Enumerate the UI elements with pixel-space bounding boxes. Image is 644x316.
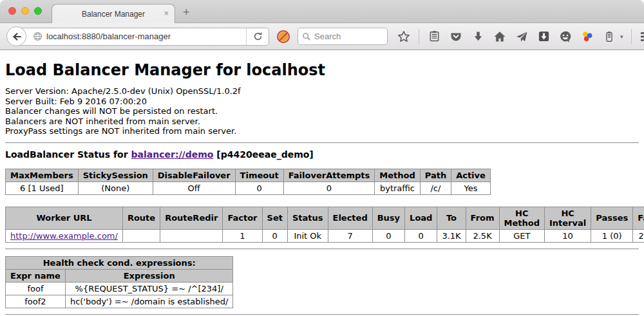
url-input[interactable] — [46, 32, 246, 41]
table-cell: 7 — [328, 229, 372, 242]
bookmark-star-button[interactable] — [397, 29, 411, 44]
table-cell: 3.1K — [437, 229, 466, 242]
traffic-lights — [8, 7, 42, 15]
back-arrow-icon — [11, 31, 23, 42]
downloads-button[interactable] — [471, 29, 485, 44]
table-header-cell: Timeout — [235, 169, 283, 181]
back-button[interactable] — [6, 26, 26, 46]
table-row: 6 [1 Used] (None) Off 0 0 bytraffic /c/ … — [6, 181, 491, 194]
table-cell: %{REQUEST_STATUS} =~ /^[234]/ — [65, 282, 233, 295]
status-heading-suffix: [p4420eeae_demo] — [213, 149, 313, 160]
battery-extension-button[interactable] — [602, 29, 616, 44]
search-input[interactable] — [314, 32, 379, 41]
toolbar-separator — [419, 29, 419, 44]
table-header-row: Worker URL Route RouteRedir Factor Set S… — [6, 207, 644, 229]
table-header-cell: Passes — [591, 207, 633, 229]
content-block-icon[interactable] — [276, 30, 290, 44]
table-cell: foof — [6, 282, 66, 295]
inherit-notice-line: Balancers are NOT inherited from main se… — [5, 116, 639, 127]
browser-tab[interactable]: Balancer Manager × — [52, 4, 175, 23]
menu-button[interactable] — [639, 29, 644, 44]
table-cell: 0 — [405, 229, 437, 242]
table-cell: 0 — [262, 229, 287, 242]
table-cell: GET — [499, 229, 544, 242]
balancer-link[interactable]: balancer://demo — [131, 149, 214, 160]
page-title: Load Balancer Manager for localhost — [5, 50, 639, 79]
table-cell: 1 — [223, 229, 262, 242]
send-tab-button[interactable] — [515, 29, 529, 44]
page-content: Load Balancer Manager for localhost Serv… — [0, 50, 644, 315]
table-header-cell: HC Method — [499, 207, 544, 229]
health-check-table-title: Health check cond. expressions: — [6, 256, 233, 269]
worker-url-link[interactable]: http://www.example.com/ — [10, 231, 118, 241]
url-bar[interactable] — [17, 28, 269, 46]
table-header-cell: Load — [405, 207, 437, 229]
home-icon — [493, 30, 506, 43]
zoom-window-button[interactable] — [34, 7, 42, 15]
navigation-toolbar: ▾ — [0, 23, 644, 50]
table-header-cell: Worker URL — [6, 207, 123, 229]
table-cell: foof2 — [6, 295, 66, 308]
table-header-cell: FailoverAttempts — [283, 169, 375, 181]
table-cell: (None) — [78, 181, 153, 194]
table-cell: 0 — [235, 181, 283, 194]
table-header-cell: Route — [122, 207, 160, 229]
reload-button[interactable] — [247, 32, 269, 41]
table-row: foof2 hc('body') =~ /domain is establish… — [6, 295, 233, 308]
search-bar[interactable] — [298, 28, 388, 45]
color-dots-icon — [581, 30, 594, 43]
tab-title: Balancer Manager — [82, 10, 145, 19]
square-download-icon — [538, 30, 550, 42]
health-check-table: Health check cond. expressions: Expr nam… — [5, 256, 233, 308]
table-header-cell: Elected — [328, 207, 372, 229]
title-bar: Balancer Manager × + — [0, 0, 644, 23]
browser-window: Balancer Manager × + — [0, 0, 644, 316]
battery-icon — [603, 30, 615, 43]
download-arrow-icon — [472, 30, 484, 42]
smiley-icon — [559, 30, 572, 43]
table-header-row: Expr name Expression — [6, 269, 233, 282]
table-cell: Off — [153, 181, 235, 194]
section-divider — [5, 248, 639, 250]
table-header-cell: RouteRedir — [160, 207, 223, 229]
status-heading-prefix: LoadBalancer Status for — [5, 149, 131, 160]
table-header-cell: Expression — [65, 269, 233, 282]
table-header-cell: MaxMembers — [6, 169, 79, 181]
pocket-icon — [450, 30, 462, 43]
color-dots-button[interactable] — [580, 29, 594, 44]
section-divider — [5, 142, 639, 144]
home-button[interactable] — [493, 29, 507, 44]
table-cell: 2 (0) — [633, 229, 644, 242]
table-header-cell: HC Interval — [544, 207, 591, 229]
table-cell: Init Ok — [287, 229, 328, 242]
table-header-cell: Active — [451, 169, 491, 181]
balancer-settings-table: MaxMembers StickySession DisableFailover… — [5, 169, 491, 195]
video-download-button[interactable] — [536, 29, 551, 44]
new-tab-button[interactable]: + — [183, 6, 190, 19]
table-cell: http://www.example.com/ — [6, 229, 123, 242]
minimize-window-button[interactable] — [21, 7, 29, 15]
table-title-row: Health check cond. expressions: — [6, 256, 233, 269]
table-header-cell: Status — [287, 207, 328, 229]
pocket-button[interactable] — [449, 29, 463, 44]
bottom-divider — [5, 314, 639, 315]
table-row: http://www.example.com/ 1 0 Init Ok 7 0 … — [6, 229, 644, 242]
close-window-button[interactable] — [8, 7, 16, 15]
tab-close-icon[interactable]: × — [164, 9, 169, 18]
server-built-line: Server Built: Feb 9 2016 07:00:20 — [5, 97, 639, 107]
table-header-cell: Factor — [223, 207, 262, 229]
table-cell: 6 [1 Used] — [6, 181, 79, 194]
table-cell — [160, 229, 223, 242]
table-cell: bytraffic — [375, 181, 420, 194]
proxypass-notice-line: ProxyPass settings are NOT inherited fro… — [5, 126, 639, 136]
table-header-cell: Busy — [372, 207, 404, 229]
overflow-caret-icon[interactable]: ▾ — [620, 33, 623, 40]
chat-button[interactable] — [558, 29, 573, 44]
reload-icon — [253, 32, 263, 41]
reading-list-button[interactable] — [427, 29, 441, 44]
table-header-row: MaxMembers StickySession DisableFailover… — [6, 169, 491, 181]
toolbar-separator — [631, 29, 632, 44]
persist-notice-line: Balancer changes will NOT be persisted o… — [5, 106, 639, 116]
search-icon — [302, 32, 311, 41]
table-cell: 2.5K — [466, 229, 499, 242]
